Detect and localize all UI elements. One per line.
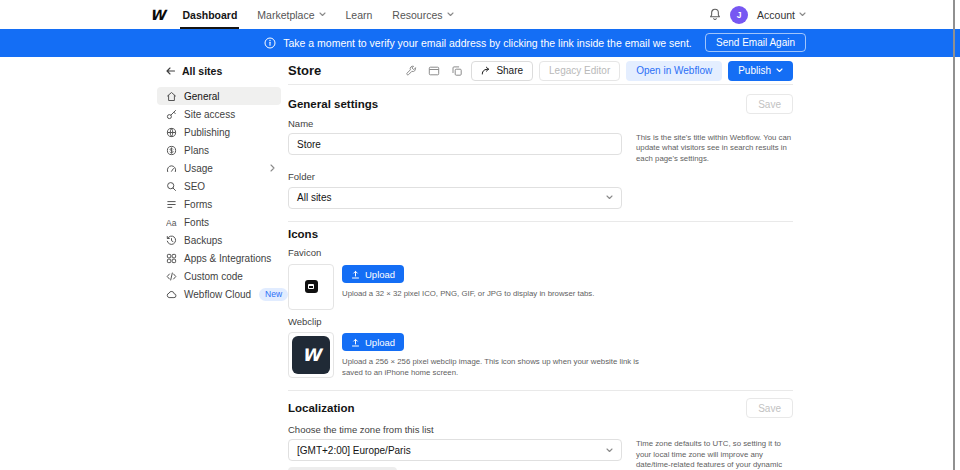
share-label: Share [496,65,523,76]
sidebar-item-apps-integrations[interactable]: Apps & Integrations [157,249,281,267]
upload-arrow-icon [351,270,360,279]
nav-tab-marketplace-label: Marketplace [257,9,314,21]
chevron-down-icon [799,12,806,17]
webflow-logo[interactable]: W [150,7,164,23]
chevron-down-icon [606,448,613,453]
favicon-label: Favicon [288,247,793,260]
duplicate-icon [451,65,463,77]
editor-button[interactable] [425,63,442,79]
back-to-all-sites[interactable]: All sites [157,64,281,78]
sidebar-item-label: SEO [184,181,205,192]
sidebar-item-label: Fonts [184,217,209,228]
sidebar-item-publishing[interactable]: Publishing [157,123,281,141]
duplicate-button[interactable] [448,63,465,79]
general-settings-title: General settings [288,98,378,110]
back-label: All sites [182,65,222,77]
general-save-button[interactable]: Save [746,94,793,114]
upload-arrow-icon [351,338,360,347]
sidebar-item-forms[interactable]: Forms [157,195,281,213]
localization-header: Localization Save [288,397,793,419]
icons-section-title: Icons [288,228,793,240]
nav-tab-learn[interactable]: Learn [346,0,373,29]
nav-tab-resources[interactable]: Resources [392,0,453,29]
folder-select[interactable]: All sites [288,187,622,209]
general-settings-header: General settings Save [288,93,793,115]
sidebar-item-label: Usage [184,163,213,174]
site-name-input[interactable] [288,133,622,155]
timezone-label: Choose the time zone from this list [288,424,793,437]
name-help-text: This is the site's title within Webflow.… [636,133,793,164]
chevron-down-icon [776,68,783,73]
sidebar-item-plans[interactable]: Plans [157,141,281,159]
search-icon [166,181,177,192]
webflow-site-settings-page: W Dashboard Marketplace Learn Resources … [0,0,960,470]
localization-save-button[interactable]: Save [746,398,793,418]
sidebar-item-seo[interactable]: SEO [157,177,281,195]
default-favicon-glyph [305,280,318,293]
bell-icon[interactable] [709,8,721,21]
localization-title: Localization [288,402,354,414]
sidebar-item-usage[interactable]: Usage [157,159,281,177]
timezone-help-text: Time zone defaults to UTC, so setting it… [636,439,793,470]
nav-tab-resources-label: Resources [392,9,442,21]
timezone-select-value: [GMT+2:00] Europe/Paris [297,445,411,456]
chevron-down-icon [606,195,613,200]
avatar[interactable]: J [730,6,748,24]
site-header: Store Share Legacy Editor Open in Webflo… [288,57,793,85]
plans-circle-icon [166,145,177,156]
legacy-editor-button[interactable]: Legacy Editor [539,61,620,81]
chevron-right-icon [270,164,275,172]
account-label: Account [757,9,795,21]
sidebar-item-fonts[interactable]: Aa Fonts [157,213,281,231]
webclip-label: Webclip [288,316,793,329]
gauge-icon [166,163,177,174]
sidebar-item-label: Custom code [184,271,243,282]
webclip-upload-label: Upload [365,337,395,348]
code-icon [166,271,177,282]
favicon-upload-label: Upload [365,269,395,280]
fonts-aa-icon: Aa [166,217,177,228]
share-button[interactable]: Share [471,61,533,81]
publish-label: Publish [738,65,771,76]
designer-tools-button[interactable] [402,63,419,79]
sidebar-item-site-access[interactable]: Site access [157,105,281,123]
name-field-label: Name [288,118,793,131]
nav-tab-dashboard-label: Dashboard [182,9,237,21]
sidebar-item-label: General [184,91,220,102]
scrollbar[interactable] [953,0,955,470]
section-divider [288,390,793,391]
sidebar-item-label: Webflow Cloud [184,289,251,300]
globe-icon [166,127,177,138]
wrench-icon [405,65,417,77]
chevron-down-icon [447,12,454,17]
new-badge: New [259,288,288,301]
account-menu[interactable]: Account [757,9,806,21]
favicon-upload-button[interactable]: Upload [342,265,404,283]
chevron-down-icon [319,12,326,17]
sidebar-item-label: Backups [184,235,222,246]
publish-button[interactable]: Publish [728,61,793,81]
sidebar-item-webflow-cloud[interactable]: Webflow Cloud New [157,285,281,303]
open-in-webflow-button[interactable]: Open in Webflow [626,61,722,81]
webclip-upload-button[interactable]: Upload [342,333,404,351]
nav-tab-marketplace[interactable]: Marketplace [257,0,325,29]
top-navigation: W Dashboard Marketplace Learn Resources … [0,0,960,29]
home-icon [166,91,177,102]
nav-tab-dashboard[interactable]: Dashboard [182,0,237,29]
cloud-icon [166,289,177,300]
share-arrow-icon [481,66,491,75]
main-content: Store Share Legacy Editor Open in Webflo… [288,57,793,470]
back-arrow-icon [166,67,175,75]
forms-lines-icon [166,199,177,210]
favicon-preview [288,264,334,310]
send-email-again-button[interactable]: Send Email Again [705,33,806,52]
sidebar-item-backups[interactable]: Backups [157,231,281,249]
svg-text:Aa: Aa [166,217,177,227]
webclip-preview: W [288,332,334,378]
folder-select-value: All sites [297,192,331,203]
sidebar-item-label: Apps & Integrations [184,253,271,264]
sidebar-item-custom-code[interactable]: Custom code [157,267,281,285]
sidebar-item-general[interactable]: General [157,87,281,105]
timezone-select[interactable]: [GMT+2:00] Europe/Paris [288,439,622,461]
backup-clock-icon [166,235,177,246]
